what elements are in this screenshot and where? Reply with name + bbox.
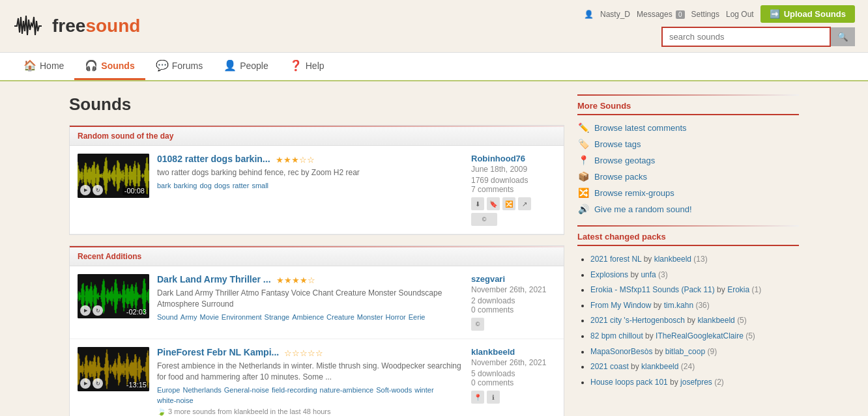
nav-sounds[interactable]: 🎧 Sounds	[74, 53, 145, 80]
tag-ambience[interactable]: Ambience	[292, 313, 324, 321]
tag-europe[interactable]: Europe	[157, 386, 180, 394]
browse-tags-item: 🏷️ Browse tags	[577, 138, 799, 150]
recent-sound-2: -13:15 ▶ ↻ PineForest Febr NL Kampi... ☆…	[70, 339, 564, 416]
upload-button[interactable]: ➡️ Upload Sounds	[760, 5, 855, 23]
play-button[interactable]: ▶	[80, 185, 91, 195]
tag-army[interactable]: Army	[181, 313, 197, 321]
pack-user-4[interactable]: klankbeeld	[697, 316, 734, 325]
tag-environment[interactable]: Environment	[222, 313, 262, 321]
pack-link-4[interactable]: 2021 city 's-Hertogenbosch	[590, 316, 685, 325]
recent-sound-1-user[interactable]: szegvari	[471, 274, 556, 284]
recent-sound-2-title[interactable]: PineForest Febr NL Kampi...	[157, 347, 279, 357]
play-button-2[interactable]: ▶	[80, 378, 91, 389]
random-sound-stars: ★★★☆☆	[276, 155, 315, 165]
messages-link[interactable]: Messages 0	[637, 10, 685, 19]
random-sound-link[interactable]: Give me a random sound!	[594, 204, 692, 214]
tag-white-noise[interactable]: white-noise	[157, 396, 194, 404]
recent-sound-2-meta: klankbeeld November 26th, 2021 5 downloa…	[471, 347, 556, 416]
nav-forums[interactable]: 💬 Forums	[145, 53, 213, 80]
search-input[interactable]	[661, 27, 831, 47]
loop-button[interactable]: ↻	[93, 185, 103, 195]
recent-sound-1-meta: szegvari November 26th, 2021 2 downloads…	[471, 274, 556, 331]
pack-link-8[interactable]: House loops pack 101	[590, 378, 668, 387]
tag-monster[interactable]: Monster	[357, 313, 383, 321]
browse-geotags-link[interactable]: Browse geotags	[594, 156, 655, 165]
tag-barking[interactable]: barking	[173, 182, 197, 189]
pack-user-5[interactable]: ITheRealGooglekatClaire	[656, 331, 744, 340]
random-sound-title[interactable]: 01082 ratter dogs barkin...	[157, 154, 270, 164]
tag-dogs[interactable]: dogs	[214, 182, 230, 189]
share-action[interactable]: ↗	[518, 197, 531, 210]
tag-creature[interactable]: Creature	[326, 313, 354, 321]
recent-sound-2-downloads: 5 downloads	[471, 369, 556, 378]
pack-user-8[interactable]: josefpres	[680, 378, 712, 387]
play-button-1[interactable]: ▶	[80, 305, 91, 316]
recent-sound-2-user[interactable]: klankbeeld	[471, 347, 556, 357]
pack-link-3[interactable]: From My Window	[590, 301, 651, 310]
bookmark-action[interactable]: 🔖	[487, 197, 500, 210]
logout-link[interactable]: Log Out	[726, 10, 754, 19]
tag-bark[interactable]: bark	[157, 182, 171, 189]
settings-link[interactable]: Settings	[691, 10, 719, 19]
pack-link-0[interactable]: 2021 forest NL	[590, 255, 641, 264]
recent-sound-1-title[interactable]: Dark Land Army Thriller ...	[157, 274, 271, 284]
browse-packs-link[interactable]: Browse packs	[594, 172, 647, 182]
map-icon-2[interactable]: 📍	[471, 391, 484, 404]
pack-item-5: 82 bpm chillout by ITheRealGooglekatClai…	[590, 329, 799, 344]
tag-movie[interactable]: Movie	[199, 313, 218, 321]
pack-link-6[interactable]: MapaSonorBesòs	[590, 347, 652, 356]
speaker-icon: 🔊	[577, 203, 589, 215]
remix-action[interactable]: 🔀	[502, 197, 515, 210]
title-row: 01082 ratter dogs barkin... ★★★☆☆	[157, 154, 463, 165]
help-icon: ❓	[289, 59, 302, 72]
random-sound-user[interactable]: Robinhood76	[471, 154, 556, 163]
tag-horror[interactable]: Horror	[386, 313, 406, 321]
pack-link-1[interactable]: Explosions	[590, 270, 628, 279]
tag-eerie[interactable]: Eerie	[409, 313, 426, 321]
download-action[interactable]: ⬇	[471, 197, 484, 210]
loop-button-2[interactable]: ↻	[93, 378, 103, 389]
tag-nature[interactable]: nature-ambience	[320, 386, 374, 394]
pack-user-2[interactable]: Erokia	[727, 285, 749, 294]
tag-field-recording[interactable]: field-recording	[272, 386, 317, 394]
random-sound-tags: bark barking dog dogs ratter small	[157, 182, 463, 189]
tag-strange[interactable]: Strange	[265, 313, 290, 321]
home-icon: 🏠	[23, 59, 36, 72]
browse-tags-link[interactable]: Browse tags	[594, 139, 641, 149]
tag-small[interactable]: small	[252, 182, 268, 189]
license-icon-1[interactable]: ©	[471, 318, 484, 331]
nav-home[interactable]: 🏠 Home	[13, 53, 74, 80]
pack-user-3[interactable]: tim.kahn	[664, 301, 693, 310]
nav-help[interactable]: ❓ Help	[279, 53, 335, 80]
user-icon: 👤	[584, 10, 594, 19]
search-button[interactable]: 🔍	[831, 27, 855, 46]
pack-user-6[interactable]: bitlab_coop	[665, 347, 705, 356]
tag-winter[interactable]: winter	[414, 386, 433, 394]
pack-link-2[interactable]: Erokia - MSfxp11 Sounds (Pack 11)	[590, 285, 715, 294]
tag-soft-woods[interactable]: Soft-woods	[376, 386, 412, 394]
tag-dog[interactable]: dog	[199, 182, 211, 189]
pack-user-7[interactable]: klankbeeld	[641, 362, 678, 371]
pack-user-0[interactable]: klankbeeld	[654, 255, 691, 264]
username-link[interactable]: Nasty_D	[600, 10, 630, 19]
license-action[interactable]: ©	[471, 213, 497, 226]
nav-people[interactable]: 👤 People	[213, 53, 279, 80]
pencil-icon: ✏️	[577, 122, 589, 133]
nav-sounds-label: Sounds	[101, 61, 134, 71]
loop-button-1[interactable]: ↻	[93, 305, 103, 316]
left-column: Sounds Random sound of the day -00:08 ▶ …	[69, 94, 564, 416]
pack-link-7[interactable]: 2021 coast	[590, 362, 629, 371]
tag-ratter[interactable]: ratter	[233, 182, 250, 189]
pack-link-5[interactable]: 82 bpm chillout	[590, 331, 643, 340]
browse-comments-link[interactable]: Browse latest comments	[594, 123, 687, 133]
browse-remix-link[interactable]: Browse remix-groups	[594, 188, 674, 198]
tag-sound[interactable]: Sound	[157, 313, 178, 321]
tag-general-noise[interactable]: General-noise	[224, 386, 269, 394]
pack-user-1[interactable]: unfa	[641, 270, 656, 279]
tag-netherlands[interactable]: Netherlands	[182, 386, 221, 394]
recent-sound-2-desc: Forest ambience in the Netherlands in wi…	[157, 361, 463, 383]
info-icon-2[interactable]: ℹ	[487, 391, 500, 404]
random-sound-item-r: 🔊 Give me a random sound!	[577, 203, 799, 215]
more-from-label: 🍃 3 more sounds from klankbeeld in the l…	[157, 408, 463, 416]
upload-arrow-icon: ➡️	[770, 9, 780, 19]
